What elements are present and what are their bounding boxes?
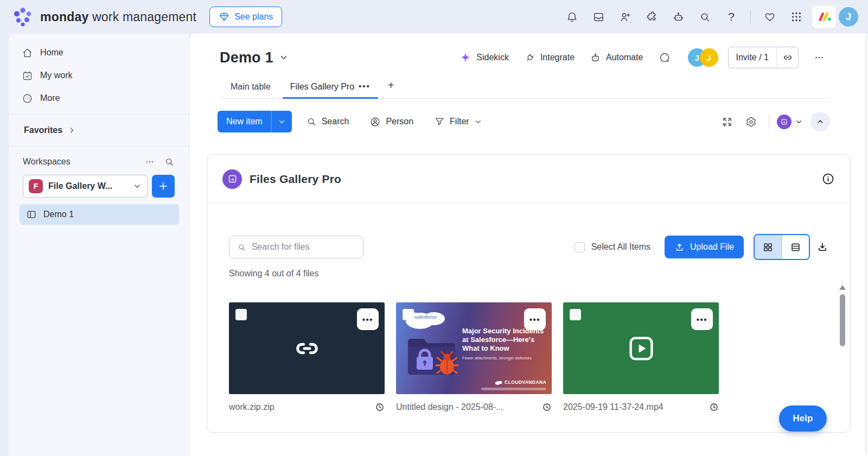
workspaces-search-icon[interactable] xyxy=(164,156,175,167)
automate-robot-icon xyxy=(590,52,601,64)
view-settings-button[interactable] xyxy=(741,111,761,132)
collapse-header-button[interactable] xyxy=(810,112,830,131)
search-label: Search xyxy=(322,117,349,126)
add-workspace-item-button[interactable] xyxy=(152,175,175,198)
ai-assistant-button[interactable] xyxy=(667,6,689,28)
tab-main-table[interactable]: Main table xyxy=(221,77,280,98)
scrollbar-thumb[interactable] xyxy=(840,294,845,346)
sidebar-item-label: My work xyxy=(40,71,73,80)
workspace-avatar: F xyxy=(29,179,43,193)
help-button[interactable]: Help xyxy=(779,406,827,432)
scroll-up-arrow[interactable] xyxy=(839,285,846,290)
heart-icon xyxy=(763,10,776,23)
chevron-down-icon[interactable] xyxy=(474,118,482,126)
product-switcher-button[interactable] xyxy=(786,6,807,28)
board-header-actions: Sidekick Integrate Automate xyxy=(454,47,830,68)
clock-icon[interactable] xyxy=(709,402,719,412)
file-name[interactable]: Untitled design - 2025-08-... xyxy=(396,402,503,412)
invite-members-button[interactable] xyxy=(614,6,636,28)
filter-button[interactable]: Filter xyxy=(427,111,489,132)
board-options-button[interactable] xyxy=(808,47,830,68)
copy-board-link-button[interactable] xyxy=(776,47,798,68)
notifications-button[interactable] xyxy=(561,6,583,28)
help-menu-button[interactable]: ? xyxy=(720,6,742,28)
sidekick-button[interactable]: Sidekick xyxy=(454,47,514,68)
board-title[interactable]: Demo 1 xyxy=(220,49,273,66)
file-search-input[interactable] xyxy=(252,242,355,252)
clock-icon[interactable] xyxy=(542,402,552,412)
file-thumbnail[interactable]: salesforce xyxy=(396,302,552,394)
monday-home-tile[interactable] xyxy=(812,5,836,28)
file-card-video[interactable]: ••• 2025-09-19 11-37-24.mp4 xyxy=(563,302,719,412)
whats-new-button[interactable] xyxy=(759,6,781,28)
tab-files-gallery-pro[interactable]: Files Gallery Pro ••• xyxy=(280,76,380,98)
gallery-icon xyxy=(780,118,788,126)
gallery-controls-right: Select All Items Upload File xyxy=(575,234,828,260)
user-avatar[interactable]: J xyxy=(838,6,859,28)
person-filter-button[interactable]: Person xyxy=(363,111,420,132)
new-item-dropdown[interactable] xyxy=(271,111,292,132)
active-widget-selector[interactable] xyxy=(777,115,803,129)
new-item-button[interactable]: New item xyxy=(218,111,292,132)
download-files-button[interactable] xyxy=(816,241,828,253)
workspace-row: F File Gallery W... xyxy=(9,173,189,199)
person-add-icon xyxy=(619,11,631,23)
search-items-button[interactable]: Search xyxy=(299,111,356,132)
filter-funnel-icon xyxy=(434,116,445,127)
board-item-label: Demo 1 xyxy=(43,210,74,219)
file-name[interactable]: 2025-09-19 11-37-24.mp4 xyxy=(563,402,663,412)
file-search-box[interactable] xyxy=(229,236,363,258)
widget-info-button[interactable] xyxy=(821,172,835,186)
board-chat-button[interactable] xyxy=(653,47,676,68)
sidebar-item-label: More xyxy=(40,93,60,103)
gear-icon xyxy=(745,116,757,128)
invite-button[interactable]: Invite / 1 xyxy=(728,47,799,68)
see-plans-button[interactable]: See plans xyxy=(209,7,282,27)
sidebar-board-demo1[interactable]: Demo 1 xyxy=(20,204,179,225)
file-checkbox[interactable] xyxy=(403,309,414,320)
sidebar-item-my-work[interactable]: My work xyxy=(9,64,189,87)
file-card-design[interactable]: salesforce xyxy=(396,302,552,412)
file-caption: work.zip.zip xyxy=(229,402,385,412)
integrate-button[interactable]: Integrate xyxy=(519,47,580,68)
board-title-chevron-icon[interactable] xyxy=(279,53,289,62)
workspaces-options-icon[interactable] xyxy=(144,156,155,167)
list-view-button[interactable] xyxy=(782,235,809,259)
global-search-button[interactable] xyxy=(694,6,716,28)
integrate-label: Integrate xyxy=(540,53,575,62)
select-all-checkbox[interactable] xyxy=(575,242,585,252)
monday-brand[interactable]: monday work management xyxy=(12,6,196,28)
workspaces-label: Workspaces xyxy=(23,157,71,167)
clock-icon[interactable] xyxy=(375,402,385,412)
puzzle-icon xyxy=(646,11,658,23)
toolbar-divider xyxy=(769,115,769,129)
workspace-selector[interactable]: F File Gallery W... xyxy=(23,175,148,198)
home-icon xyxy=(22,47,33,59)
file-options-button[interactable]: ••• xyxy=(524,308,546,330)
design-subtitle-text: Fewer attachments, stronger defenses xyxy=(462,356,549,360)
fullscreen-button[interactable] xyxy=(717,111,737,132)
grid-view-button[interactable] xyxy=(755,235,782,259)
upload-file-button[interactable]: Upload File xyxy=(665,236,744,258)
tab-options-icon[interactable]: ••• xyxy=(359,81,371,92)
toolbar-right xyxy=(717,111,830,132)
add-view-button[interactable]: + xyxy=(380,74,402,98)
design-title-text: Major Security Incidents at Salesforce—H… xyxy=(462,327,548,353)
sidebar-item-more[interactable]: More xyxy=(9,87,189,110)
file-thumbnail[interactable]: ••• xyxy=(229,302,385,394)
plus-icon xyxy=(158,181,169,192)
board-members-avatars[interactable]: J J xyxy=(688,48,718,67)
search-icon xyxy=(699,11,711,23)
automate-button[interactable]: Automate xyxy=(584,47,648,68)
apps-marketplace-button[interactable] xyxy=(641,6,662,28)
inbox-icon xyxy=(592,11,605,23)
file-name[interactable]: work.zip.zip xyxy=(229,402,275,412)
file-card-zip[interactable]: ••• work.zip.zip xyxy=(229,302,385,412)
link-icon xyxy=(782,52,793,63)
widget-header: Files Gallery Pro xyxy=(207,155,850,204)
sidebar-item-home[interactable]: Home xyxy=(9,41,189,64)
inbox-button[interactable] xyxy=(588,6,609,28)
more-circle-icon xyxy=(22,93,33,104)
file-thumbnail[interactable]: ••• xyxy=(563,302,719,394)
sidebar-favorites[interactable]: Favorites xyxy=(9,119,189,142)
